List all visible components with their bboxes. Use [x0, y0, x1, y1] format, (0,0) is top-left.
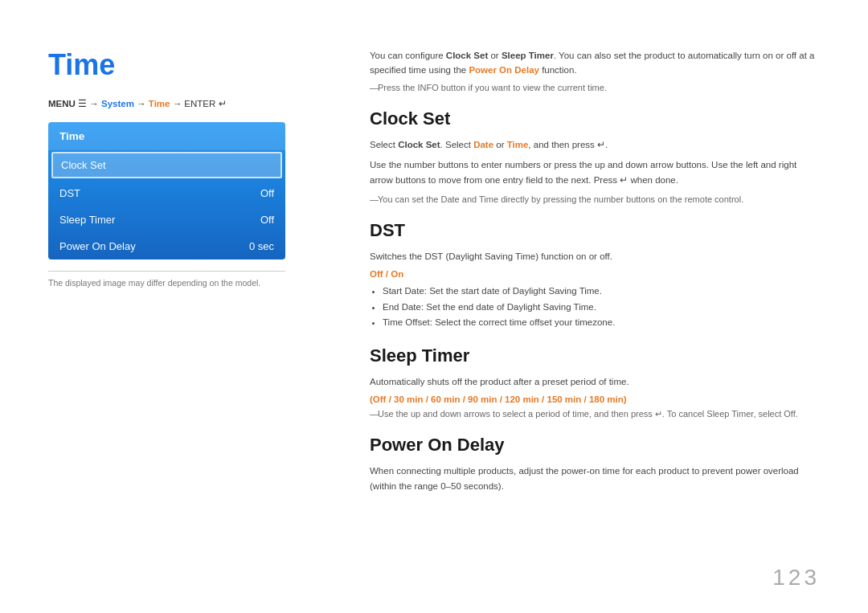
menu-item-sleep-timer-value: Off [260, 214, 274, 226]
breadcrumb-arrow2: → [137, 99, 149, 108]
page-title: Time [48, 48, 321, 82]
intro-note: Press the INFO button if you want to vie… [370, 83, 820, 92]
sleep-timer-body1: Automatically shuts off the product afte… [370, 374, 820, 390]
menu-item-dst-label: DST [59, 187, 80, 199]
menu-item-sleep-timer[interactable]: Sleep Timer Off [48, 206, 285, 233]
section-title-power-on-delay: Power On Delay [370, 435, 820, 456]
menu-item-dst[interactable]: DST Off [48, 180, 285, 206]
menu-item-dst-value: Off [260, 187, 274, 199]
breadcrumb-arrow3: → ENTER [173, 99, 219, 108]
clock-set-body2: Use the number buttons to enter numbers … [370, 157, 820, 188]
intro-sleep-timer-ref: Sleep Timer [502, 51, 554, 60]
section-title-dst: DST [370, 220, 820, 241]
page-number: 123 [772, 565, 820, 591]
dst-bullet-time-offset: Time Offset: Select the correct time off… [383, 315, 820, 331]
dst-bullet-start-date: Start Date: Set the start date of Daylig… [383, 284, 820, 300]
left-panel: Time MENU ☰ → System → Time → ENTER ↵ Ti… [48, 48, 354, 581]
breadcrumb-enter-icon: ↵ [219, 99, 227, 108]
section-title-clock-set: Clock Set [370, 108, 820, 129]
menu-item-clock-set[interactable]: Clock Set [51, 152, 282, 178]
cs-date-ref: Date [473, 140, 493, 149]
dst-bullet-list: Start Date: Set the start date of Daylig… [383, 284, 820, 331]
menu-item-power-on-delay[interactable]: Power On Delay 0 sec [48, 233, 285, 260]
cs-ref1: Clock Set [398, 140, 440, 149]
intro-clock-set-ref: Clock Set [446, 51, 488, 60]
intro-text: You can configure Clock Set or Sleep Tim… [370, 48, 820, 78]
sleep-timer-note: Use the up and down arrows to select a p… [370, 407, 820, 421]
info-button-ref: INFO [418, 83, 439, 92]
cs-time-ref: Time [507, 140, 529, 149]
section-title-sleep-timer: Sleep Timer [370, 345, 820, 366]
breadcrumb-menu: MENU [48, 99, 76, 108]
breadcrumb: MENU ☰ → System → Time → ENTER ↵ [48, 98, 321, 109]
page-container: Time MENU ☰ → System → Time → ENTER ↵ Ti… [0, 0, 868, 613]
breadcrumb-time: Time [149, 99, 170, 108]
right-panel: You can configure Clock Set or Sleep Tim… [354, 48, 820, 581]
menu-item-sleep-timer-label: Sleep Timer [59, 214, 115, 226]
power-on-delay-body1: When connecting multiple products, adjus… [370, 464, 820, 494]
dst-bullet-end-date: End Date: Set the end date of Daylight S… [383, 300, 820, 316]
clock-set-body1: Select Clock Set. Select Date or Time, a… [370, 137, 820, 153]
clock-set-note: You can set the Date and Time directly b… [370, 193, 820, 206]
intro-power-on-delay-ref: Power On Delay [469, 65, 539, 75]
menu-item-power-on-delay-label: Power On Delay [59, 240, 136, 252]
cs-date-note-ref: Date [441, 194, 460, 204]
sleep-timer-options: (Off / 30 min / 60 min / 90 min / 120 mi… [370, 394, 820, 404]
breadcrumb-system: System [101, 99, 134, 108]
menu-widget: Time Clock Set DST Off Sleep Timer Off P… [48, 122, 285, 260]
menu-item-clock-set-label: Clock Set [61, 159, 106, 171]
dst-body1: Switches the DST (Daylight Saving Time) … [370, 249, 820, 264]
cs-time-note-ref: Time [479, 194, 498, 204]
dst-options: Off / On [370, 269, 820, 279]
menu-item-power-on-delay-value: 0 sec [249, 240, 274, 252]
menu-widget-header: Time [48, 122, 285, 150]
left-caption: The displayed image may differ depending… [48, 278, 321, 288]
divider [48, 271, 285, 272]
breadcrumb-arrow1: → [89, 99, 101, 108]
breadcrumb-menu-icon: ☰ [78, 99, 89, 108]
